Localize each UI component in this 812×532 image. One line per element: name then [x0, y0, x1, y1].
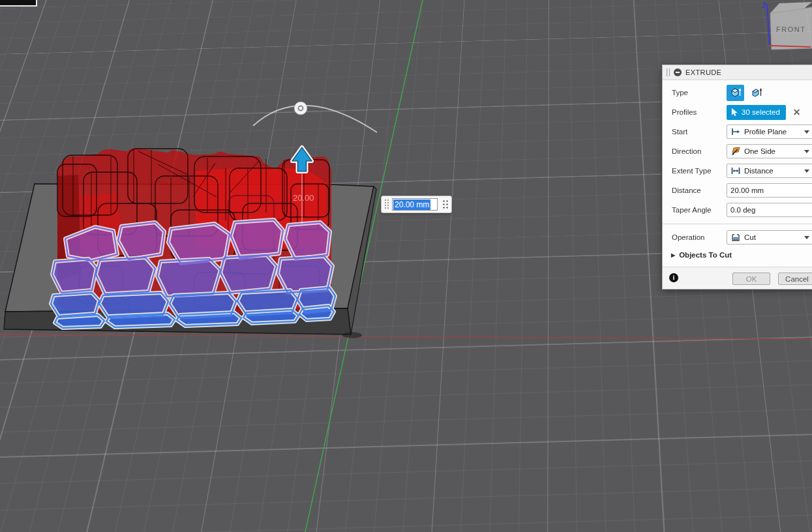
operation-dropdown[interactable]: Cut — [727, 230, 812, 244]
one-side-icon — [730, 146, 741, 156]
direction-value: One Side — [744, 147, 804, 155]
operation-value: Cut — [744, 233, 804, 241]
info-icon[interactable]: i — [669, 273, 678, 282]
profiles-count: 30 selected — [742, 108, 780, 116]
taper-rotate-handle[interactable] — [294, 102, 307, 115]
ok-button[interactable]: OK — [732, 273, 770, 285]
voronoi-profile-cell[interactable] — [220, 255, 277, 293]
type-label: Type — [672, 89, 727, 96]
ghost-distance-label: 20.00 — [293, 193, 314, 203]
profiles-selection-button[interactable]: 30 selected — [727, 105, 786, 120]
distance-input[interactable] — [727, 183, 812, 198]
extent-type-value: Distance — [744, 167, 804, 175]
dimension-input-widget[interactable]: 20.00 mm — [381, 196, 452, 213]
chevron-down-icon — [804, 130, 809, 134]
start-dropdown[interactable]: Profile Plane — [727, 125, 812, 139]
extrude-solid-type-button[interactable] — [727, 85, 744, 101]
operation-row: Operation Cut — [663, 228, 812, 247]
expand-arrow-icon: ▶ — [671, 252, 675, 258]
distance-value-input[interactable]: 20.00 mm — [392, 198, 438, 211]
start-value: Profile Plane — [744, 128, 804, 136]
start-row: Start Profile Plane — [663, 122, 812, 141]
distance-extent-icon — [730, 166, 741, 176]
z-axis-indicator — [767, 4, 770, 45]
dialog-header[interactable]: EXTRUDE — [663, 65, 812, 80]
voronoi-profile-cell[interactable] — [157, 259, 220, 297]
taper-angle-row: Taper Angle — [663, 200, 812, 220]
chevron-down-icon — [804, 170, 809, 173]
distance-row: Distance — [663, 181, 812, 200]
fusion-viewport: { "colors":{ "accent_blue":"#0a96d6", "s… — [0, 0, 812, 532]
dialog-footer: i OK Cancel — [663, 267, 812, 289]
chevron-down-icon — [804, 150, 809, 153]
extrude-solid-icon — [730, 87, 742, 98]
operation-label: Operation — [672, 233, 727, 241]
voronoi-profile-cell[interactable] — [96, 258, 155, 294]
dialog-drag-grip-icon[interactable] — [667, 68, 670, 76]
extent-type-dropdown[interactable]: Distance — [727, 164, 812, 178]
extent-type-row: Extent Type Distance — [663, 161, 812, 181]
divider — [663, 224, 812, 225]
selected-distance-text: 20.00 mm — [393, 200, 430, 210]
taper-arc — [253, 106, 377, 132]
profiles-label: Profiles — [672, 108, 727, 116]
direction-dropdown[interactable]: One Side — [727, 144, 812, 158]
direction-label: Direction — [672, 147, 727, 155]
type-row: Type — [663, 83, 812, 102]
objects-to-cut-label: Objects To Cut — [679, 251, 732, 259]
origin-marker — [342, 332, 362, 338]
extrude-thin-type-button[interactable] — [747, 85, 765, 101]
voronoi-profile-cell[interactable] — [51, 293, 99, 316]
extrude-dialog: EXTRUDE Type — [662, 65, 812, 289]
start-label: Start — [672, 128, 727, 136]
taper-angle-label: Taper Angle — [672, 206, 727, 214]
z-axis-label: Z — [762, 1, 766, 9]
drag-grip-icon[interactable] — [384, 199, 390, 210]
distance-label: Distance — [672, 186, 727, 194]
collapse-dialog-icon[interactable] — [674, 68, 682, 76]
objects-to-cut-expander[interactable]: ▶ Objects To Cut — [663, 247, 812, 263]
profile-plane-icon — [730, 126, 741, 137]
options-handle-icon[interactable] — [442, 200, 449, 209]
viewcube-front-label: FRONT — [776, 25, 805, 33]
viewcube[interactable]: FRONT Z — [750, 0, 812, 59]
extrude-thin-icon — [751, 87, 762, 98]
cancel-button[interactable]: Cancel — [778, 273, 812, 285]
cursor-icon — [730, 108, 738, 117]
dialog-title: EXTRUDE — [685, 68, 721, 76]
direction-row: Direction One Side — [663, 141, 812, 161]
taper-angle-input[interactable] — [727, 203, 812, 217]
profiles-row: Profiles 30 selected ✕ — [663, 102, 812, 122]
clear-selection-icon[interactable]: ✕ — [793, 108, 801, 117]
chevron-down-icon — [804, 236, 809, 239]
cut-operation-icon — [730, 232, 741, 243]
extent-type-label: Extent Type — [672, 167, 727, 175]
voronoi-profile-cell[interactable] — [231, 220, 283, 258]
clipped-toolbar-fragment — [0, 0, 37, 7]
